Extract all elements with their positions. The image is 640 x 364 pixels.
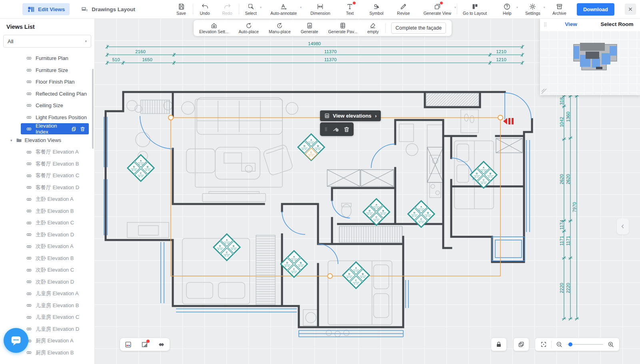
notification-badge [353, 2, 356, 4]
link-icon [26, 90, 32, 97]
legend-image-icon[interactable] [124, 341, 132, 348]
link-icon [26, 172, 32, 179]
elevation-views-button[interactable]: ▾ Elevation Views [0, 134, 94, 146]
elevation-b-button[interactable]: 主卧 Elevation B [0, 205, 94, 217]
save-button[interactable]: Save [175, 3, 187, 16]
caret-down-icon[interactable]: ▾ [10, 138, 12, 142]
revise-button[interactable]: Revise [397, 3, 410, 16]
zoom-slider[interactable] [567, 344, 603, 345]
download-button[interactable]: Download [577, 3, 614, 16]
elevation-c-button[interactable]: 主卧 Elevation C [0, 217, 94, 229]
elevation-c-button[interactable]: 次卧 Elevation C [0, 264, 94, 276]
view-button[interactable]: View [548, 18, 594, 31]
trash-icon[interactable] [80, 126, 86, 132]
resize-handle-icon[interactable] [541, 88, 547, 94]
minimap-panel: View Select Room [540, 18, 640, 95]
add-node-icon[interactable] [332, 126, 339, 133]
elevation-b-button[interactable]: 次卧 Elevation B [0, 252, 94, 264]
trash-icon[interactable] [343, 126, 350, 133]
view-elevations-button[interactable]: View elevations › [320, 110, 381, 121]
zoom-out-icon[interactable] [556, 341, 563, 348]
lock-button[interactable] [491, 338, 506, 351]
symbol-button[interactable]: Symbol [370, 3, 384, 16]
edit-views-button[interactable]: Edit Views [22, 3, 70, 15]
elevation-a-button[interactable]: 客餐厅 Elevation A [0, 146, 94, 158]
plan-thumbnail [568, 41, 622, 78]
zoom-slider-knob[interactable] [568, 342, 572, 346]
link-icon [26, 302, 32, 309]
views-filter-select[interactable]: All ▾ [3, 35, 91, 48]
undo-button[interactable]: Undo [199, 3, 211, 16]
settings-button[interactable]: ▾ Settings [525, 3, 540, 16]
chat-support-button[interactable] [4, 328, 28, 353]
eraser-icon [369, 22, 376, 29]
redo-button[interactable]: Redo [221, 3, 233, 16]
elevation-a-button[interactable]: 次卧 Elevation A [0, 241, 94, 253]
help-button[interactable]: ▾ Help [501, 3, 513, 16]
complete-facade-button[interactable]: Complete the façade [391, 22, 446, 34]
manu-place-button[interactable]: Manu-place [269, 22, 291, 34]
divider [193, 4, 193, 14]
copy-icon[interactable] [71, 126, 77, 132]
select-button[interactable]: ▾ Select [245, 3, 257, 16]
floor-finish-plan-button[interactable]: Floor Finish Plan [0, 76, 94, 88]
divider [239, 4, 239, 14]
views-sidebar: Views List All ▾ Furniture Plan Furnitur… [0, 18, 95, 364]
generate-pav-button[interactable]: Generate Pav... [328, 22, 357, 34]
elevation-d-button[interactable]: 次卧 Elevation D [0, 276, 94, 288]
elevation-b-button[interactable]: 客餐厅 Elevation B [0, 158, 94, 170]
go-to-layout-button[interactable]: Go to Layout [463, 3, 487, 16]
sidebar-title: Views List [0, 18, 94, 35]
elevation-c-button[interactable]: 客餐厅 Elevation C [0, 170, 94, 182]
link-icon [26, 243, 32, 250]
auto-place-button[interactable]: Auto-place [239, 22, 259, 34]
select-room-button[interactable]: Select Room [594, 18, 640, 31]
elevation-d-button[interactable]: 主卧 Elevation D [0, 229, 94, 241]
save-icon [178, 3, 185, 10]
sidebar-scrollbar[interactable] [92, 69, 94, 149]
text-button[interactable]: Text [344, 3, 356, 16]
auto-annotate-button[interactable]: ▾ Auto-annotate [270, 3, 297, 16]
node-tool-icon[interactable] [158, 341, 165, 348]
chat-icon [10, 334, 22, 347]
zoom-in-icon[interactable] [607, 341, 614, 348]
drag-handle-icon[interactable] [542, 21, 548, 28]
collapse-panel-button[interactable] [617, 218, 629, 234]
fit-view-icon[interactable] [540, 341, 547, 348]
empty-button[interactable]: empty [367, 22, 379, 34]
link-icon [26, 267, 32, 274]
archive-button[interactable]: Archive [552, 3, 566, 16]
light-fixtures-position-button[interactable]: Light Fixtures Position [0, 112, 94, 124]
link-icon [26, 55, 32, 62]
elevation-sett-button[interactable]: Elevation Sett... [199, 22, 229, 34]
drawings-layout-button[interactable]: Drawings Layout [76, 3, 140, 15]
duplicate-icon [518, 341, 525, 348]
furniture-plan-button[interactable]: Furniture Plan [0, 52, 94, 64]
duplicate-button[interactable] [514, 338, 529, 351]
minimap-view[interactable] [540, 31, 640, 95]
view-elevations-label: View elevations [333, 113, 372, 119]
link-icon [26, 160, 32, 167]
material-button[interactable] [141, 341, 148, 348]
dimension-button[interactable]: Dimension [310, 3, 330, 16]
elevation-b-button[interactable]: 儿童房 Elevation B [0, 300, 94, 312]
close-button[interactable] [625, 4, 636, 15]
link-icon [26, 314, 32, 321]
elevation-index-button[interactable]: Elevation Index [21, 123, 89, 134]
drag-handle-icon[interactable] [324, 126, 328, 132]
elevation-d-button[interactable]: 客餐厅 Elevation D [0, 182, 94, 194]
furniture-size-button[interactable]: Furniture Size [0, 64, 94, 76]
generate-view-button[interactable]: ▾ Generate View [424, 3, 451, 16]
elevation-a-button[interactable]: 主卧 Elevation A [0, 194, 94, 206]
chevron-down-icon: ▾ [516, 6, 518, 9]
drawings-layout-icon [81, 6, 88, 13]
link-icon [26, 220, 32, 226]
ceiling-size-button[interactable]: Ceiling Size [0, 100, 94, 112]
link-icon [26, 114, 32, 121]
generate-button[interactable]: Generate [301, 22, 318, 34]
elevation-a-button[interactable]: 儿童房 Elevation A [0, 288, 94, 300]
reflected-ceiling-plan-button[interactable]: Reflected Ceiling Plan [0, 88, 94, 100]
elevation-c-button[interactable]: 儿童房 Elevation C [0, 312, 94, 324]
divider [457, 4, 457, 14]
zoom-toolbar [535, 338, 619, 351]
